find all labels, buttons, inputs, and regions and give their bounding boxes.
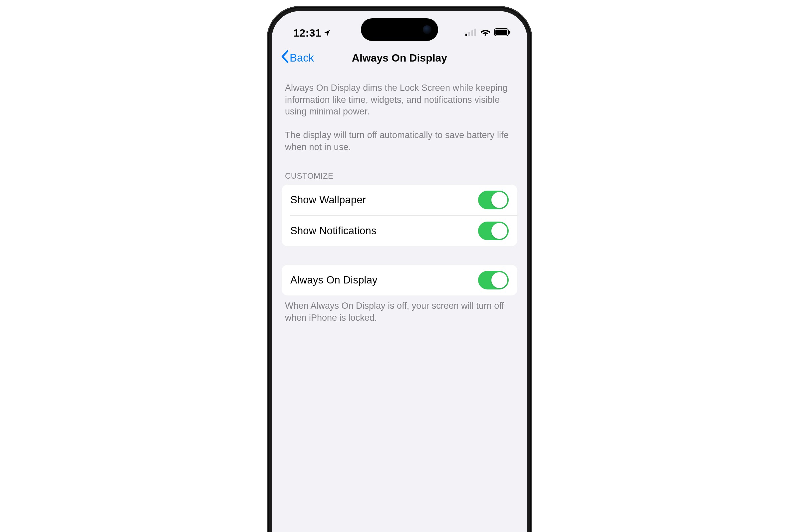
row-show-wallpaper: Show Wallpaper: [282, 185, 517, 215]
svg-rect-3: [475, 28, 476, 36]
wifi-icon: [480, 28, 490, 37]
footer-text: When Always On Display is off, your scre…: [282, 296, 517, 324]
section-header-customize: CUSTOMIZE: [282, 153, 517, 185]
svg-rect-5: [495, 30, 507, 35]
description-block: Always On Display dims the Lock Screen w…: [282, 70, 517, 153]
row-show-notifications: Show Notifications: [290, 215, 517, 246]
phone-frame: 12:31: [267, 6, 532, 532]
description-p2: The display will turn off automatically …: [285, 129, 514, 153]
label-show-wallpaper: Show Wallpaper: [290, 194, 366, 206]
toggle-show-wallpaper[interactable]: [478, 191, 509, 209]
front-camera: [423, 25, 431, 34]
nav-bar: Back Always On Display: [272, 44, 527, 70]
status-time: 12:31: [293, 27, 321, 39]
screen: 12:31: [272, 11, 527, 532]
svg-rect-1: [468, 32, 470, 36]
nav-title: Always On Display: [352, 52, 447, 64]
spacer: [282, 246, 517, 265]
dynamic-island: [361, 18, 438, 41]
svg-rect-6: [509, 31, 510, 34]
svg-rect-0: [465, 34, 467, 36]
toggle-always-on-display[interactable]: [478, 271, 509, 289]
svg-rect-2: [471, 30, 473, 36]
back-button[interactable]: Back: [281, 50, 314, 65]
cellular-signal-icon: [465, 28, 477, 37]
label-always-on-display: Always On Display: [290, 274, 377, 286]
settings-group-customize: Show Wallpaper Show Notifications: [282, 185, 517, 246]
location-arrow-icon: [323, 27, 331, 39]
battery-icon: [494, 28, 511, 38]
content: Always On Display dims the Lock Screen w…: [272, 70, 527, 324]
chevron-left-icon: [281, 50, 289, 65]
status-left: 12:31: [293, 27, 331, 39]
row-always-on-display: Always On Display: [282, 265, 517, 296]
description-p1: Always On Display dims the Lock Screen w…: [285, 82, 514, 118]
settings-group-main: Always On Display: [282, 265, 517, 296]
toggle-show-notifications[interactable]: [478, 222, 509, 240]
back-label: Back: [290, 52, 314, 64]
label-show-notifications: Show Notifications: [290, 225, 376, 237]
status-right: [465, 28, 511, 38]
